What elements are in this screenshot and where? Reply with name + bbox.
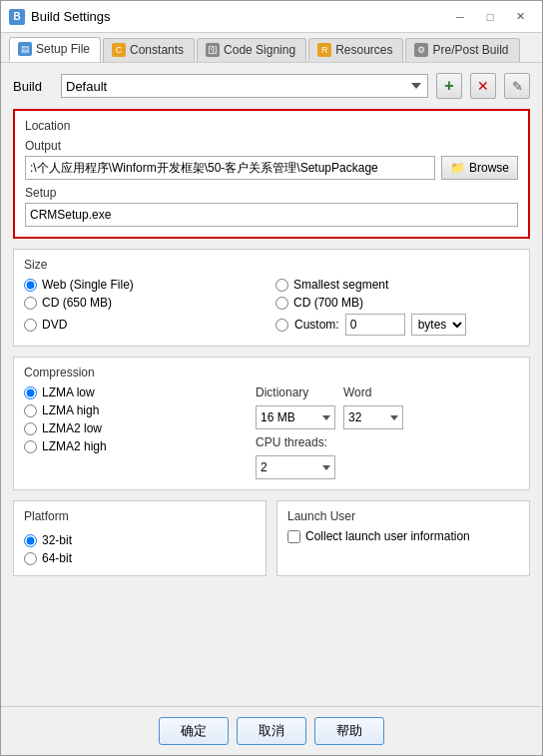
- comp-option-lzma-low: LZMA low: [24, 385, 244, 399]
- size-option-custom: Custom: bytes KB MB GB: [275, 314, 519, 336]
- collect-launch-user-label: Collect launch user information: [305, 529, 470, 543]
- size-option-web-single: Web (Single File): [24, 278, 268, 292]
- size-option-dvd: DVD: [24, 314, 268, 336]
- launch-user-section-title: Launch User: [287, 509, 519, 523]
- setup-file-tab-icon: ▤: [18, 42, 32, 56]
- cpu-threads-label: CPU threads:: [256, 435, 519, 449]
- dict-word-row: Dictionary 4 MB 8 MB 16 MB 32 MB 64 MB W…: [256, 385, 519, 429]
- constants-tab-icon: C: [112, 43, 126, 57]
- resources-tab-icon: R: [317, 43, 331, 57]
- size-label-custom: Custom:: [294, 318, 339, 332]
- build-delete-button[interactable]: ✕: [470, 73, 496, 99]
- size-radio-cd-700[interactable]: [275, 297, 288, 310]
- tab-setup-file[interactable]: ▤ Setup File: [9, 37, 101, 62]
- comp-radio-lzma-low[interactable]: [24, 386, 37, 399]
- size-section: Size Web (Single File) Smallest segment …: [13, 249, 530, 347]
- size-radio-web-single[interactable]: [24, 279, 37, 292]
- platform-section: Platform 32-bit 64-bit: [13, 500, 267, 576]
- platform-radio-64bit[interactable]: [24, 552, 37, 565]
- platform-label-32bit: 32-bit: [42, 533, 72, 547]
- size-option-cd-700: CD (700 MB): [275, 296, 519, 310]
- content-area: Build Default + ✕ ✎ Location Output 📁 Br…: [1, 63, 542, 706]
- tab-bar: ▤ Setup File C Constants ⚿ Code Signing …: [1, 33, 542, 63]
- output-label: Output: [25, 139, 518, 153]
- size-option-smallest-segment: Smallest segment: [275, 278, 519, 292]
- footer: 确定 取消 帮助: [1, 706, 542, 755]
- dictionary-select[interactable]: 4 MB 8 MB 16 MB 32 MB 64 MB: [256, 405, 335, 429]
- word-label: Word: [343, 385, 403, 399]
- size-option-cd-650: CD (650 MB): [24, 296, 268, 310]
- tab-constants[interactable]: C Constants: [103, 38, 195, 62]
- word-select[interactable]: 16 32 64 128: [343, 405, 403, 429]
- build-row: Build Default + ✕ ✎: [13, 73, 530, 99]
- setup-input[interactable]: [25, 203, 518, 227]
- setup-label: Setup: [25, 186, 518, 200]
- title-bar-left: B Build Settings: [9, 9, 111, 25]
- launch-user-section: Launch User Collect launch user informat…: [276, 500, 530, 576]
- tab-pre-post-build-label: Pre/Post Build: [432, 43, 508, 57]
- comp-radio-lzma2-low[interactable]: [24, 422, 37, 435]
- browse-label: Browse: [469, 161, 509, 175]
- build-add-button[interactable]: +: [436, 73, 462, 99]
- launch-user-checkbox-item: Collect launch user information: [287, 529, 519, 543]
- browse-button[interactable]: 📁 Browse: [441, 156, 518, 180]
- comp-option-lzma2-high: LZMA2 high: [24, 439, 244, 453]
- help-button[interactable]: 帮助: [314, 717, 384, 745]
- size-radio-grid: Web (Single File) Smallest segment CD (6…: [24, 278, 519, 336]
- size-radio-dvd[interactable]: [24, 319, 37, 332]
- close-button[interactable]: ✕: [506, 7, 534, 27]
- window-title: Build Settings: [31, 9, 111, 24]
- size-label-dvd: DVD: [42, 318, 67, 332]
- confirm-button[interactable]: 确定: [159, 717, 229, 745]
- comp-label-lzma-high: LZMA high: [42, 403, 99, 417]
- size-label-cd-700: CD (700 MB): [293, 296, 363, 310]
- output-input[interactable]: [25, 156, 435, 180]
- platform-label-64bit: 64-bit: [42, 551, 72, 565]
- tab-code-signing-label: Code Signing: [224, 43, 295, 57]
- collect-launch-user-checkbox[interactable]: [287, 530, 300, 543]
- main-window: B Build Settings ─ □ ✕ ▤ Setup File C Co…: [0, 0, 543, 756]
- word-group: Word 16 32 64 128: [343, 385, 403, 429]
- custom-unit-select[interactable]: bytes KB MB GB: [411, 314, 466, 336]
- dictionary-group: Dictionary 4 MB 8 MB 16 MB 32 MB 64 MB: [256, 385, 335, 429]
- tab-setup-file-label: Setup File: [36, 42, 90, 56]
- compression-settings: Dictionary 4 MB 8 MB 16 MB 32 MB 64 MB W…: [256, 385, 519, 479]
- comp-option-lzma2-low: LZMA2 low: [24, 421, 244, 435]
- cpu-threads-row: CPU threads: 1 2 4 8: [256, 435, 519, 479]
- comp-label-lzma2-low: LZMA2 low: [42, 421, 102, 435]
- window-icon: B: [9, 9, 25, 25]
- size-label-web-single: Web (Single File): [42, 278, 134, 292]
- minimize-button[interactable]: ─: [446, 7, 474, 27]
- setup-row: [25, 203, 518, 227]
- tab-constants-label: Constants: [130, 43, 184, 57]
- output-row: 📁 Browse: [25, 156, 518, 180]
- compression-section: Compression LZMA low LZMA high LZMA2 low: [13, 357, 530, 490]
- build-label: Build: [13, 79, 53, 94]
- bottom-two-col: Platform 32-bit 64-bit Launch User Colle…: [13, 500, 530, 576]
- size-radio-cd-650[interactable]: [24, 297, 37, 310]
- tab-pre-post-build[interactable]: ⚙ Pre/Post Build: [405, 38, 519, 62]
- tab-code-signing[interactable]: ⚿ Code Signing: [197, 38, 306, 62]
- build-edit-button[interactable]: ✎: [504, 73, 530, 99]
- pre-post-build-tab-icon: ⚙: [414, 43, 428, 57]
- cancel-button[interactable]: 取消: [237, 717, 306, 745]
- compression-content: LZMA low LZMA high LZMA2 low LZMA2 high: [24, 385, 519, 479]
- size-label-cd-650: CD (650 MB): [42, 296, 112, 310]
- custom-value-input[interactable]: [345, 314, 405, 336]
- tab-resources[interactable]: R Resources: [308, 38, 403, 62]
- build-select[interactable]: Default: [61, 74, 428, 98]
- cpu-threads-select[interactable]: 1 2 4 8: [256, 455, 335, 479]
- platform-section-title: Platform: [24, 509, 256, 523]
- comp-radio-lzma-high[interactable]: [24, 404, 37, 417]
- size-radio-custom[interactable]: [275, 319, 288, 332]
- platform-radio-32bit[interactable]: [24, 534, 37, 547]
- size-section-title: Size: [24, 258, 519, 272]
- size-radio-smallest-segment[interactable]: [275, 279, 288, 292]
- compression-section-title: Compression: [24, 366, 519, 379]
- location-section-title: Location: [25, 119, 518, 133]
- code-signing-tab-icon: ⚿: [206, 43, 220, 57]
- compression-radios: LZMA low LZMA high LZMA2 low LZMA2 high: [24, 385, 244, 479]
- maximize-button[interactable]: □: [476, 7, 504, 27]
- comp-label-lzma-low: LZMA low: [42, 385, 95, 399]
- comp-radio-lzma2-high[interactable]: [24, 440, 37, 453]
